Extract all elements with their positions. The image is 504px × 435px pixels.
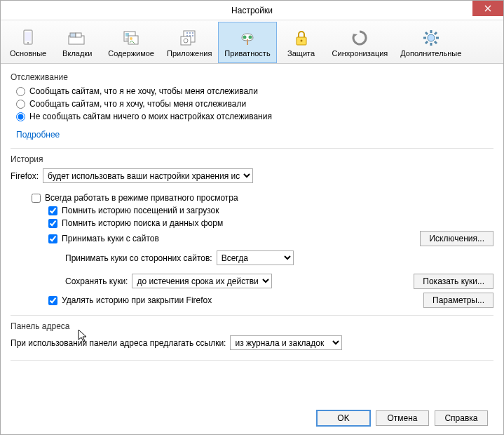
tab-label: Содержимое xyxy=(108,49,154,58)
svg-rect-1 xyxy=(25,32,31,41)
svg-rect-8 xyxy=(128,36,138,44)
remember-search-label[interactable]: Помнить историю поиска и данных форм xyxy=(62,218,223,228)
privacy-icon xyxy=(238,28,257,48)
clear-on-close-label[interactable]: Удалять историю при закрытии Firefox xyxy=(62,295,212,305)
svg-point-18 xyxy=(428,34,435,41)
svg-rect-4 xyxy=(70,33,76,37)
tab-applications[interactable]: Приложения xyxy=(161,22,218,63)
tab-privacy[interactable]: Приватность xyxy=(218,22,276,63)
dnt-off-label[interactable]: Сообщать сайтам, что я хочу, чтобы меня … xyxy=(29,99,246,109)
svg-point-9 xyxy=(130,37,132,40)
always-private-checkbox[interactable] xyxy=(32,194,41,203)
cancel-button[interactable]: Отмена xyxy=(376,410,429,426)
dnt-on-radio[interactable] xyxy=(16,87,25,96)
tab-tabs[interactable]: Вкладки xyxy=(53,22,102,63)
accept-cookies-label[interactable]: Принимать куки с сайтов xyxy=(62,234,159,243)
dnt-off-radio[interactable] xyxy=(16,100,25,109)
svg-rect-15 xyxy=(247,39,248,45)
svg-rect-11 xyxy=(181,36,191,45)
svg-point-13 xyxy=(243,35,246,39)
locationbar-group: Панель адреса При использовании панели а… xyxy=(11,321,493,361)
tab-general[interactable]: Основные xyxy=(4,22,53,63)
titlebar: Настройки xyxy=(1,1,503,20)
tab-label: Дополнительные xyxy=(400,49,461,58)
ok-button[interactable]: OK xyxy=(317,410,370,426)
close-icon xyxy=(484,5,491,12)
dnt-none-radio[interactable] xyxy=(16,112,25,121)
remember-browsing-checkbox[interactable] xyxy=(48,206,57,215)
suggest-label: При использовании панели адреса предлага… xyxy=(11,338,226,348)
tab-label: Защита xyxy=(287,49,315,58)
svg-rect-5 xyxy=(76,33,81,37)
content-area: Отслеживание Сообщать сайтам, что я не х… xyxy=(1,64,503,402)
tab-content[interactable]: Содержимое xyxy=(102,22,161,63)
settings-window: Настройки Основные Вкладки Содержимое xyxy=(0,0,504,435)
toolbar: Основные Вкладки Содержимое Приложения П… xyxy=(1,20,503,64)
dialog-footer: OK Отмена Справка xyxy=(1,402,503,434)
keep-until-label: Сохранять куки: xyxy=(65,276,128,286)
third-party-select[interactable]: Всегда xyxy=(217,250,294,265)
always-private-label[interactable]: Всегда работать в режиме приватного прос… xyxy=(45,193,238,203)
svg-point-17 xyxy=(300,39,302,41)
history-mode-select[interactable]: будет использовать ваши настройки хранен… xyxy=(43,168,253,183)
show-cookies-button[interactable]: Показать куки... xyxy=(414,274,493,289)
accept-cookies-checkbox[interactable] xyxy=(48,234,57,243)
locationbar-group-label: Панель адреса xyxy=(11,321,493,331)
tab-sync[interactable]: Синхронизация xyxy=(326,22,395,63)
svg-point-2 xyxy=(27,42,29,44)
help-button[interactable]: Справка xyxy=(435,410,488,426)
advanced-icon xyxy=(421,28,441,48)
tab-security[interactable]: Защита xyxy=(277,22,326,63)
clear-on-close-checkbox[interactable] xyxy=(48,296,57,305)
history-group-label: История xyxy=(11,154,493,164)
close-button[interactable] xyxy=(472,1,503,16)
firefox-label: Firefox: xyxy=(11,171,39,181)
tracking-group: Отслеживание Сообщать сайтам, что я не х… xyxy=(11,72,493,149)
security-icon xyxy=(292,28,311,48)
tab-label: Вкладки xyxy=(62,49,92,58)
tab-label: Основные xyxy=(10,49,46,58)
remember-search-checkbox[interactable] xyxy=(48,219,57,228)
clear-settings-button[interactable]: Параметры... xyxy=(423,293,493,308)
sync-icon xyxy=(350,28,369,48)
dnt-on-label[interactable]: Сообщать сайтам, что я не хочу, чтобы ме… xyxy=(29,86,258,96)
remember-browsing-label[interactable]: Помнить историю посещений и загрузок xyxy=(62,206,219,215)
tab-label: Приложения xyxy=(167,49,212,58)
tab-label: Приватность xyxy=(224,49,270,58)
content-icon xyxy=(121,28,141,48)
third-party-label: Принимать куки со сторонних сайтов: xyxy=(65,253,212,263)
keep-until-select[interactable]: до истечения срока их действия xyxy=(132,274,272,288)
tracking-more-link[interactable]: Подробнее xyxy=(16,130,60,140)
suggest-select[interactable]: из журнала и закладок xyxy=(230,335,342,350)
dnt-none-label[interactable]: Не сообщать сайтам ничего о моих настрой… xyxy=(29,112,272,121)
tab-advanced[interactable]: Дополнительные xyxy=(394,22,468,63)
tracking-group-label: Отслеживание xyxy=(11,72,493,82)
exceptions-button[interactable]: Исключения... xyxy=(420,231,493,246)
window-title: Настройки xyxy=(231,6,273,15)
applications-icon xyxy=(179,28,199,48)
general-icon xyxy=(18,28,38,48)
tab-label: Синхронизация xyxy=(332,49,388,58)
history-group: История Firefox: будет использовать ваши… xyxy=(11,154,493,316)
tabs-icon xyxy=(67,28,87,48)
svg-point-14 xyxy=(248,35,252,39)
